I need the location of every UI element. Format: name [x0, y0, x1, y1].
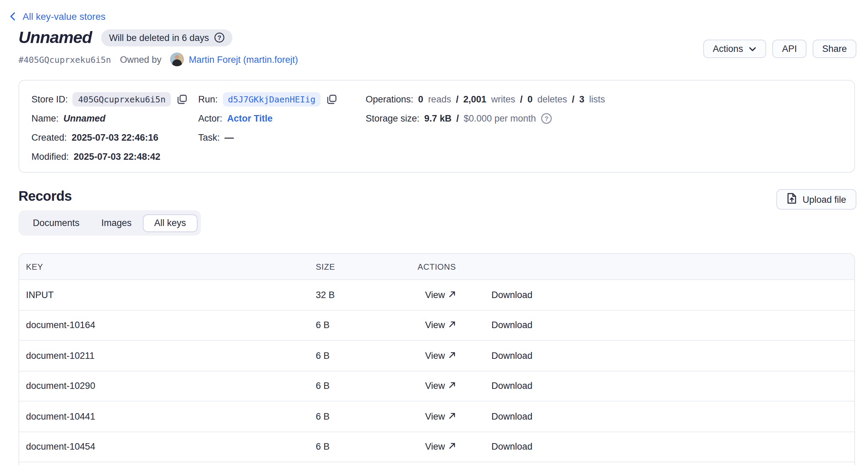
view-link-label: View: [425, 381, 445, 391]
table-row: document-10290 6 B View Download: [19, 371, 854, 401]
external-link-icon: [448, 411, 456, 422]
external-link-icon: [448, 290, 456, 300]
svg-text:?: ?: [545, 115, 549, 122]
storage-size-value: 9.7 kB: [424, 113, 452, 123]
table-row: document-10164 6 B View Download: [19, 310, 854, 341]
record-key: document-10454: [26, 442, 95, 452]
download-link[interactable]: Download: [491, 320, 532, 330]
deletion-badge-label: Will be deleted in 6 days: [109, 32, 209, 43]
breadcrumb-label[interactable]: All key-value stores: [23, 11, 106, 22]
tab-images[interactable]: Images: [91, 214, 143, 232]
help-icon[interactable]: ?: [214, 32, 225, 43]
view-link[interactable]: View: [425, 351, 456, 361]
record-key: INPUT: [26, 290, 54, 300]
created-label: Created:: [31, 132, 67, 142]
store-id-label: Store ID:: [31, 94, 68, 104]
table-row: INPUT 32 B View Download: [19, 280, 854, 310]
record-size: 6 B: [316, 351, 330, 361]
download-link[interactable]: Download: [491, 381, 532, 391]
actions-button-label: Actions: [713, 44, 743, 54]
download-link[interactable]: Download: [491, 351, 532, 361]
external-link-icon: [448, 320, 456, 330]
records-tabs: Documents Images All keys: [18, 210, 201, 236]
chevron-left-icon: [9, 12, 16, 21]
writes-unit: writes: [491, 94, 515, 104]
upload-file-button[interactable]: Upload file: [776, 189, 856, 210]
store-hash: #405GQcuprxeku6i5n: [18, 54, 111, 65]
view-link-label: View: [425, 442, 445, 452]
records-table: KEY SIZE ACTIONS INPUT 32 B View Downloa…: [18, 253, 855, 465]
download-link[interactable]: Download: [491, 290, 532, 300]
tab-all-keys[interactable]: All keys: [143, 214, 198, 232]
view-link-label: View: [425, 351, 445, 361]
api-button[interactable]: API: [772, 40, 806, 58]
modified-label: Modified:: [31, 151, 69, 161]
table-row: document-10441 6 B View Download: [19, 401, 854, 432]
view-link[interactable]: View: [425, 320, 456, 330]
download-link[interactable]: Download: [491, 411, 532, 422]
column-header-key: KEY: [26, 262, 43, 271]
breadcrumb[interactable]: All key-value stores: [9, 11, 106, 22]
record-key: document-10164: [26, 320, 95, 330]
records-heading: Records: [18, 188, 72, 204]
view-link[interactable]: View: [425, 411, 456, 422]
avatar: [171, 53, 184, 66]
chevron-down-icon: [748, 44, 757, 54]
store-info-card: Store ID: 405GQcuprxeku6i5n Name: Unname…: [18, 80, 855, 173]
view-link-label: View: [425, 290, 445, 300]
name-value: Unnamed: [64, 113, 106, 123]
view-link[interactable]: View: [425, 290, 456, 300]
owned-by-label: Owned by: [120, 54, 162, 65]
tab-documents[interactable]: Documents: [22, 214, 91, 232]
view-link[interactable]: View: [425, 381, 456, 391]
created-value: 2025-07-03 22:46:16: [72, 132, 159, 142]
header-actions: Actions API Share: [703, 40, 856, 58]
record-size: 6 B: [316, 442, 330, 452]
key-value-store-detail-page: All key-value stores Unnamed Will be del…: [0, 0, 868, 465]
actions-button[interactable]: Actions: [703, 40, 767, 58]
writes-count: 2,001: [463, 94, 487, 104]
copy-icon[interactable]: [327, 94, 337, 104]
help-icon[interactable]: ?: [541, 112, 552, 124]
view-link[interactable]: View: [425, 442, 456, 452]
separator: /: [456, 94, 459, 104]
actor-link[interactable]: Actor Title: [227, 113, 273, 123]
deletes-count: 0: [527, 94, 532, 104]
upload-file-label: Upload file: [802, 194, 846, 205]
external-link-icon: [448, 442, 456, 452]
run-id-link[interactable]: d5J7GKkjDaenHEIig: [222, 92, 321, 106]
storage-size-label: Storage size:: [366, 113, 420, 123]
modified-value: 2025-07-03 22:48:42: [74, 151, 161, 161]
separator: /: [520, 94, 523, 104]
page-title: Unnamed: [18, 28, 92, 47]
header-sub-row: #405GQcuprxeku6i5n Owned by Martin Forej…: [18, 53, 298, 66]
record-size: 6 B: [316, 320, 330, 330]
column-header-size: SIZE: [316, 262, 335, 271]
copy-icon[interactable]: [177, 94, 187, 104]
share-button[interactable]: Share: [813, 40, 856, 58]
table-header: KEY SIZE ACTIONS: [19, 254, 854, 280]
table-body: INPUT 32 B View Download document-10164 …: [19, 280, 854, 462]
task-label: Task:: [198, 132, 220, 142]
task-value: —: [225, 132, 234, 142]
actor-label: Actor:: [198, 113, 222, 123]
record-size: 6 B: [316, 381, 330, 391]
store-id-value: 405GQcuprxeku6i5n: [73, 92, 171, 106]
record-key: document-10211: [26, 351, 95, 361]
deletes-unit: deletes: [537, 94, 567, 104]
record-key: document-10290: [26, 381, 95, 391]
view-link-label: View: [425, 320, 445, 330]
owner-link[interactable]: Martin Forejt (martin.forejt): [189, 54, 298, 65]
table-row: document-10211 6 B View Download: [19, 341, 854, 371]
svg-text:?: ?: [217, 34, 221, 41]
separator: /: [572, 94, 575, 104]
info-column-middle: Run: d5J7GKkjDaenHEIig Actor: Actor Titl…: [198, 92, 337, 144]
lists-unit: lists: [589, 94, 605, 104]
download-link[interactable]: Download: [491, 442, 532, 452]
reads-count: 0: [418, 94, 423, 104]
owner-link-wrap[interactable]: Martin Forejt (martin.forejt): [171, 53, 298, 66]
info-column-left: Store ID: 405GQcuprxeku6i5n Name: Unname…: [31, 92, 187, 163]
record-size: 6 B: [316, 411, 330, 422]
external-link-icon: [448, 351, 456, 361]
view-link-label: View: [425, 411, 445, 422]
